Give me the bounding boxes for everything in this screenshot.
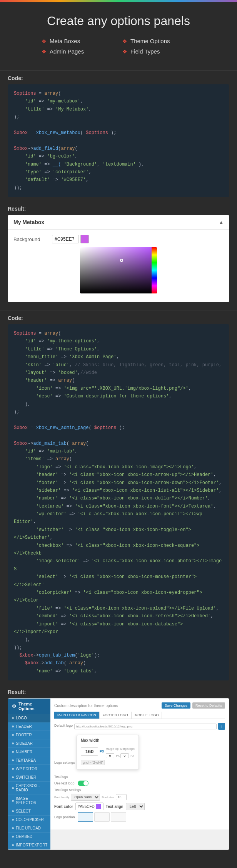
logo-settings-section: Logo settings Max width PX Margin top PX…	[54, 733, 225, 772]
font-color-swatch[interactable]	[96, 804, 101, 809]
meta-boxes-icon: ❖	[42, 38, 47, 44]
px-label-2: PX	[130, 754, 134, 757]
footer-dot-icon	[12, 734, 14, 736]
sidebar-item-footer[interactable]: FOOTER	[8, 731, 50, 739]
colorpicker-gradient	[80, 247, 157, 293]
color-field-row: Background	[13, 235, 224, 243]
sidebar-item-switcher[interactable]: SWITCHER	[8, 773, 50, 782]
header-dot-icon	[12, 726, 14, 727]
text-logo-settings-row: Text logo settings	[54, 788, 225, 792]
use-text-logo-toggle[interactable]	[78, 781, 88, 786]
colorpicker-mock[interactable]	[80, 247, 157, 293]
code-block-2: $options = array( 'id' => 'my-theme-opti…	[8, 324, 229, 680]
wpeditor-dot-icon	[12, 768, 14, 770]
sidebar-item-logo[interactable]: LOGO	[8, 714, 50, 722]
metabox-collapse-icon[interactable]: ▲	[219, 220, 224, 225]
fileupload-dot-icon	[12, 827, 14, 829]
font-size-input[interactable]	[116, 794, 127, 800]
colorpicker-hue[interactable]	[152, 247, 157, 293]
theme-sidebar-header: ⚙ Theme Options	[8, 699, 50, 714]
sidebar-item-label-wpeditor: WP EDITOR	[16, 767, 37, 771]
sidebar-item-sidebar[interactable]: SIDEBAR	[8, 739, 50, 748]
logo-url-input[interactable]	[74, 724, 217, 729]
text-logo-row: Text logo	[54, 775, 225, 779]
position-box-2[interactable]	[94, 812, 110, 822]
sidebar-item-label-logo: LOGO	[16, 716, 27, 720]
sidebar-item-oembed[interactable]: OEMBED	[8, 833, 50, 841]
field-types-icon: ❖	[122, 49, 127, 55]
tab-mobile-logo[interactable]: MOBILE LOGO	[132, 712, 162, 719]
sidebar-item-textarea[interactable]: TEXTAREA	[8, 756, 50, 765]
bg-field-label: Background	[13, 236, 48, 242]
theme-description: Custom description for theme options	[54, 704, 118, 708]
margin-inputs: Margin top PX Margin right PX	[106, 744, 135, 758]
sidebar-item-label-checkbox: CHECKBOX - RADIO	[16, 784, 47, 792]
hero-section: Create any options panels ❖ Meta Boxes ❖…	[0, 2, 237, 70]
default-logo-section: Default logo ↑	[54, 723, 225, 730]
default-logo-label: Default logo	[54, 724, 73, 727]
position-box-3[interactable]	[111, 812, 126, 822]
logo-position-label: Logo position	[54, 815, 75, 819]
sidebar-item-label-number: NUMBER	[16, 750, 32, 754]
font-size-label: Font size	[102, 796, 114, 799]
theme-top-bar: Custom description for theme options Sav…	[54, 702, 225, 709]
code-label-2: Code:	[0, 310, 237, 324]
sidebar-item-label-importexport: IMPORT/EXPORT	[16, 843, 47, 847]
upload-logo-button[interactable]: ↑	[218, 723, 225, 730]
sidebar-item-checkbox[interactable]: CHECKBOX - RADIO	[8, 782, 50, 794]
feature-meta-boxes: ❖ Meta Boxes	[42, 38, 115, 44]
features-grid: ❖ Meta Boxes ❖ Theme Options ❖ Admin Pag…	[42, 38, 195, 55]
text-align-select[interactable]: Left	[126, 803, 145, 810]
sidebar-item-label-switcher: SWITCHER	[16, 775, 36, 779]
sidebar-item-label-imageselector: IMAGE SELECTOR	[16, 796, 47, 805]
sidebar-item-label-colorpicker: COLORPICKER	[16, 818, 44, 822]
margin-top-label: Margin top	[106, 747, 118, 750]
font-color-hex-value: #A55CFD	[78, 804, 95, 809]
sidebar-item-header[interactable]: HEADER	[8, 722, 50, 731]
sidebar-item-image-selector[interactable]: IMAGE SELECTOR	[8, 794, 50, 807]
color-swatch[interactable]	[80, 235, 89, 243]
sidebar-item-label-footer: FOOTER	[16, 733, 32, 737]
font-color-row: Font color #A55CFD Text align Left	[54, 803, 225, 810]
sidebar-item-wp-editor[interactable]: WP EDITOR	[8, 765, 50, 773]
sidebar-item-import-export[interactable]: IMPORT/EXPORT	[8, 841, 50, 850]
position-box-1[interactable]	[78, 812, 93, 822]
admin-pages-icon: ❖	[42, 49, 47, 55]
color-hex-input[interactable]	[52, 235, 79, 243]
code-block-1: $options = array( 'id' => 'my-metabox', …	[8, 84, 229, 197]
sidebar-item-select[interactable]: SELECT	[8, 807, 50, 816]
margin-right-label: Margin right	[120, 747, 135, 750]
sidebar-item-number[interactable]: NUMBER	[8, 748, 50, 756]
sidebar-item-colorpicker[interactable]: COLORPICKER	[8, 816, 50, 824]
use-text-logo-label: Use text logo	[54, 781, 75, 785]
admin-pages-label: Admin Pages	[50, 48, 84, 55]
settings-icon: ⚙	[12, 704, 16, 709]
checkbox-dot-icon	[12, 787, 14, 789]
code-label-1: Code:	[0, 70, 237, 84]
color-input-mock	[52, 235, 89, 243]
margin-right-input[interactable]	[120, 753, 129, 758]
metabox-title: My Metabox	[13, 219, 44, 225]
tab-footer-logo[interactable]: FOOTER LOGO	[100, 712, 132, 719]
sidebar-item-file-upload[interactable]: FILE UPLOAD	[8, 824, 50, 833]
reset-defaults-button[interactable]: Reset to Defaults	[192, 702, 225, 709]
number-dot-icon	[12, 751, 14, 753]
footer-section: Very easy and professional ★★★★★	[0, 858, 237, 868]
textarea-dot-icon	[12, 759, 14, 761]
sidebar-item-label-textarea: TEXTAREA	[16, 758, 36, 762]
sidebar-item-label-header: HEADER	[16, 724, 32, 729]
font-color-label: Font color	[54, 804, 73, 809]
save-changes-button[interactable]: Save Changes	[162, 702, 190, 709]
font-family-select[interactable]: Open Sans	[71, 794, 100, 801]
theme-options-label: Theme Options	[130, 38, 170, 44]
font-family-label: Font family	[54, 796, 69, 799]
theme-sidebar-title: Theme Options	[18, 702, 47, 711]
sidebar-dot-icon	[12, 742, 14, 744]
font-settings-row: Font family Open Sans Font size	[54, 794, 225, 801]
tab-main-logo[interactable]: MAIN LOGO & FAVICON	[54, 712, 100, 719]
result-box-1: My Metabox ▲ Background	[8, 215, 229, 302]
hero-title: Create any options panels	[8, 14, 229, 28]
margin-top-input[interactable]	[106, 753, 114, 758]
max-width-input[interactable]	[81, 747, 98, 756]
colorpicker-dot-icon	[12, 819, 14, 821]
